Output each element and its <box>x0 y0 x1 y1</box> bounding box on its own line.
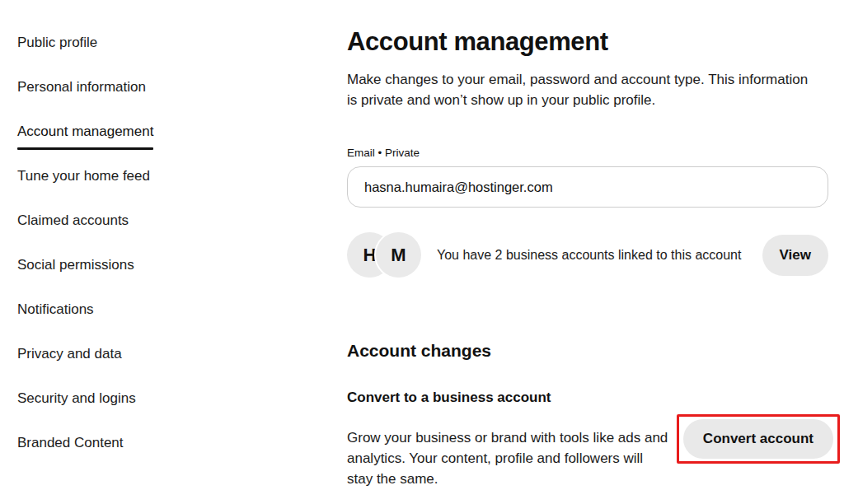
convert-business-row: Grow your business or brand with tools l… <box>347 414 840 489</box>
account-management-panel: Account management Make changes to your … <box>347 25 831 489</box>
linked-accounts-row: H M You have 2 business accounts linked … <box>347 232 828 278</box>
sidebar-item-personal-information[interactable]: Personal information <box>17 78 146 96</box>
annotation-highlight-box: Convert account <box>677 414 840 464</box>
sidebar-item-label: Account management <box>17 124 153 139</box>
sidebar-item-account-management[interactable]: Account management <box>17 123 153 141</box>
linked-avatars: H M <box>347 232 421 278</box>
convert-business-title: Convert to a business account <box>347 389 831 406</box>
email-input[interactable] <box>347 166 828 208</box>
active-item-underline <box>17 147 153 150</box>
view-button[interactable]: View <box>762 235 828 276</box>
sidebar-item-claimed-accounts[interactable]: Claimed accounts <box>17 212 129 230</box>
sidebar-item-notifications[interactable]: Notifications <box>17 301 94 319</box>
sidebar-item-branded-content[interactable]: Branded Content <box>17 434 124 452</box>
convert-account-button[interactable]: Convert account <box>683 419 833 459</box>
page-title: Account management <box>347 25 831 59</box>
account-changes-heading: Account changes <box>347 340 831 362</box>
sidebar-item-public-profile[interactable]: Public profile <box>17 34 97 52</box>
sidebar-item-privacy-and-data[interactable]: Privacy and data <box>17 345 122 363</box>
sidebar-item-social-permissions[interactable]: Social permissions <box>17 256 134 274</box>
sidebar-item-security-and-logins[interactable]: Security and logins <box>17 390 136 408</box>
avatar-m: M <box>376 232 421 278</box>
convert-business-description: Grow your business or brand with tools l… <box>347 427 668 489</box>
linked-accounts-text: You have 2 business accounts linked to t… <box>437 247 741 264</box>
account-settings-page: Public profile Personal information Acco… <box>0 0 844 504</box>
settings-sidebar: Public profile Personal information Acco… <box>17 34 298 452</box>
email-field-label: Email • Private <box>347 147 831 160</box>
page-description: Make changes to your email, password and… <box>347 69 818 110</box>
sidebar-item-tune-your-home-feed[interactable]: Tune your home feed <box>17 167 150 185</box>
